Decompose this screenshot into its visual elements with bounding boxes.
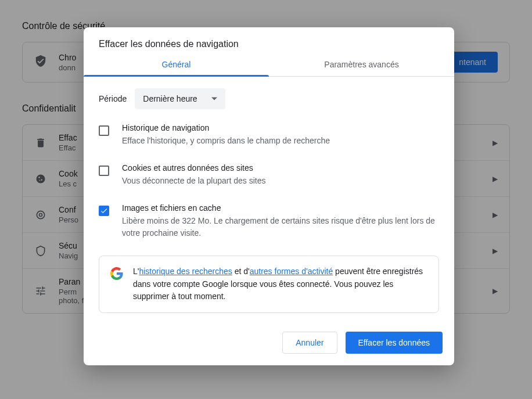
period-label: Période [99,94,127,103]
clear-data-button[interactable]: Effacer les données [346,332,443,354]
search-history-link[interactable]: historique des recherches [139,267,232,276]
checkbox-cache[interactable] [99,206,109,216]
tab-general[interactable]: Général [84,60,269,76]
google-account-info: L'historique des recherches et d'autres … [99,256,439,313]
tab-advanced[interactable]: Paramètres avancés [269,60,454,76]
checkbox-history[interactable] [99,125,109,136]
cancel-button[interactable]: Annuler [282,332,337,354]
clear-browsing-data-dialog: Effacer les données de navigation Généra… [84,27,454,365]
dialog-title: Effacer les données de navigation [84,27,454,60]
dialog-footer: Annuler Effacer les données [84,322,454,365]
checkbox-row-history[interactable]: Historique de navigation Efface l'histor… [99,123,439,147]
dialog-body: Période Dernière heure Historique de nav… [84,77,454,322]
checkbox-cookies[interactable] [99,166,109,176]
other-activity-link[interactable]: autres formes d'activité [250,267,333,276]
dialog-tabs: Général Paramètres avancés [84,60,454,77]
checkbox-row-cookies[interactable]: Cookies et autres données des sites Vous… [99,163,439,187]
google-logo-icon [110,267,124,281]
period-select[interactable]: Dernière heure [135,88,225,109]
checkbox-row-cache[interactable]: Images et fichiers en cache Libère moins… [99,203,439,239]
google-account-info-text: L'historique des recherches et d'autres … [133,265,428,303]
